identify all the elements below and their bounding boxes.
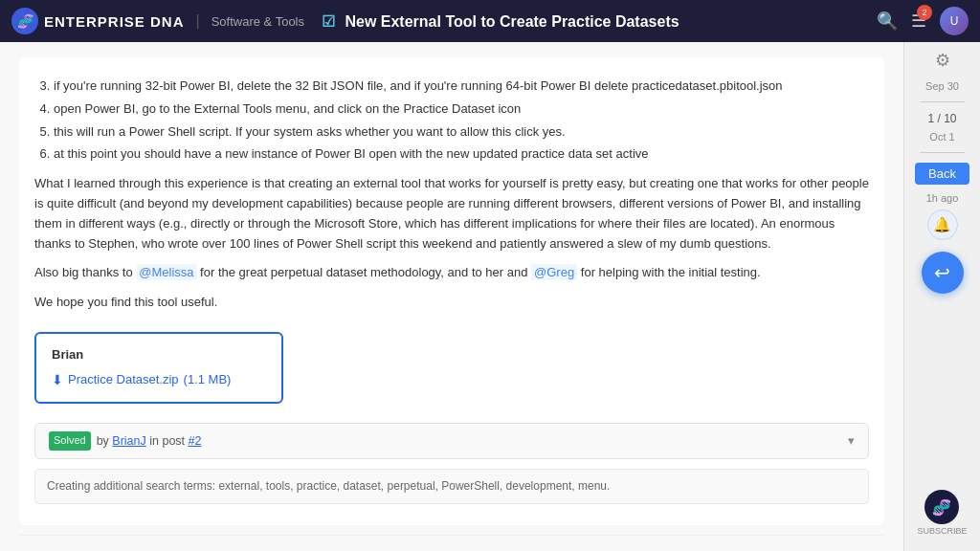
subscribe-area: 🧬 SUBSCRIBE <box>917 490 967 543</box>
notification-button[interactable]: ☰ 2 <box>911 11 926 32</box>
content-area: if you're running 32-bit Power BI, delet… <box>0 42 903 551</box>
sidebar-divider-2 <box>920 152 965 153</box>
attachment-download-link[interactable]: ⬇ Practice Dataset.zip (1.1 MB) <box>52 369 266 390</box>
step-6: at this point you should have a new inst… <box>54 144 869 165</box>
download-icon: ⬇ <box>52 369 63 390</box>
attachment-owner-name: Brian <box>52 345 266 365</box>
subscribe-logo-icon[interactable]: 🧬 <box>924 490 959 524</box>
solved-box: Solved by BrianJ in post #2 ▾ <box>34 423 869 459</box>
user-avatar[interactable]: U <box>940 7 969 35</box>
checkbox-icon: ☑ <box>322 13 335 30</box>
solved-chevron-down-icon[interactable]: ▾ <box>848 431 855 451</box>
post-footer: 9 ♥ ✎ ··· ↩ Reply <box>19 535 884 551</box>
nav-icons: 🔍 ☰ 2 U <box>877 7 969 35</box>
sidebar-page-date: Oct 1 <box>929 131 954 143</box>
settings-icon[interactable]: ⚙ <box>935 50 950 71</box>
sidebar-pagination: 1 / 10 <box>927 112 956 125</box>
step-3: if you're running 32-bit Power BI, delet… <box>54 77 869 97</box>
sidebar-time-ago: 1h ago <box>926 192 959 204</box>
steps-list: if you're running 32-bit Power BI, delet… <box>54 77 869 165</box>
solved-post-link[interactable]: #2 <box>189 434 202 448</box>
mention-greg[interactable]: @Greg <box>531 264 577 280</box>
page-title: ☑ New External Tool to Create Practice D… <box>322 12 867 31</box>
nav-subtitle: Software & Tools <box>212 14 304 29</box>
step-4: open Power BI, go to the External Tools … <box>54 99 869 120</box>
attachment-box: Brian ⬇ Practice Dataset.zip (1.1 MB) <box>34 332 283 404</box>
sidebar-divider-1 <box>920 101 965 102</box>
subscribe-label[interactable]: SUBSCRIBE <box>917 526 967 536</box>
logo-icon: 🧬 <box>11 8 38 34</box>
main-layout: if you're running 32-bit Power BI, delet… <box>0 42 980 551</box>
post-body: if you're running 32-bit Power BI, delet… <box>19 57 884 525</box>
notification-bell-button[interactable]: 🔔 <box>927 209 958 240</box>
mention-melissa[interactable]: @Melissa <box>136 264 196 280</box>
back-button[interactable]: Back <box>915 163 969 185</box>
search-terms-box: Creating additional search terms: extern… <box>34 469 869 504</box>
nav-divider: | <box>196 12 200 30</box>
paragraph-1: What I learned through this experience i… <box>34 174 869 253</box>
solved-link[interactable]: BrianJ <box>112 434 145 448</box>
top-navigation: 🧬 ENTERPRISE DNA | Software & Tools ☑ Ne… <box>0 0 980 42</box>
sidebar-start-date: Sep 30 <box>925 80 959 92</box>
search-terms-values: external, tools, practice, dataset, perp… <box>218 479 610 493</box>
paragraph-3: We hope you find this tool useful. <box>34 293 869 313</box>
logo-area: 🧬 ENTERPRISE DNA <box>11 8 185 34</box>
brand-name: ENTERPRISE DNA <box>44 13 185 30</box>
attachment-filename: Practice Dataset.zip <box>68 370 179 390</box>
solved-check-badge: Solved <box>49 431 91 451</box>
solved-inner: Solved by BrianJ in post #2 <box>49 431 201 451</box>
search-terms-label: Creating additional search terms: <box>47 479 215 493</box>
right-sidebar: ⚙ Sep 30 1 / 10 Oct 1 Back 1h ago 🔔 ↩ 🧬 … <box>903 42 980 551</box>
notification-badge: 2 <box>917 5 932 20</box>
fab-action-button[interactable]: ↩ <box>922 252 964 294</box>
solved-text: by BrianJ in post #2 <box>97 431 202 451</box>
step-5: this will run a Power Shell script. If y… <box>54 122 869 143</box>
search-button[interactable]: 🔍 <box>877 11 898 32</box>
paragraph-2: Also big thanks to @Melissa for the grea… <box>34 263 869 283</box>
attachment-size: (1.1 MB) <box>184 370 232 390</box>
reply-button[interactable]: ↩ Reply <box>807 545 880 551</box>
